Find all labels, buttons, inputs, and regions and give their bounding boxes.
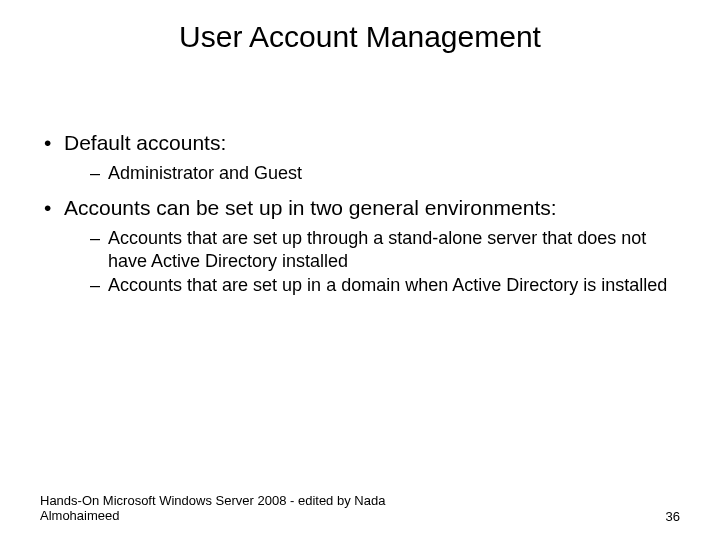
- slide: User Account Management Default accounts…: [0, 0, 720, 540]
- bullet-level1: Default accounts:: [40, 130, 690, 156]
- sub-bullet-group: Accounts that are set up through a stand…: [40, 227, 690, 297]
- bullet-level2: Administrator and Guest: [40, 162, 690, 185]
- bullet-level2: Accounts that are set up through a stand…: [40, 227, 690, 272]
- slide-title: User Account Management: [0, 20, 720, 54]
- slide-footer: Hands-On Microsoft Windows Server 2008 -…: [40, 493, 680, 524]
- slide-content: Default accounts: Administrator and Gues…: [40, 130, 690, 307]
- page-number: 36: [666, 509, 680, 524]
- bullet-level2: Accounts that are set up in a domain whe…: [40, 274, 690, 297]
- bullet-level1: Accounts can be set up in two general en…: [40, 195, 690, 221]
- sub-bullet-group: Administrator and Guest: [40, 162, 690, 185]
- footer-text: Hands-On Microsoft Windows Server 2008 -…: [40, 493, 460, 524]
